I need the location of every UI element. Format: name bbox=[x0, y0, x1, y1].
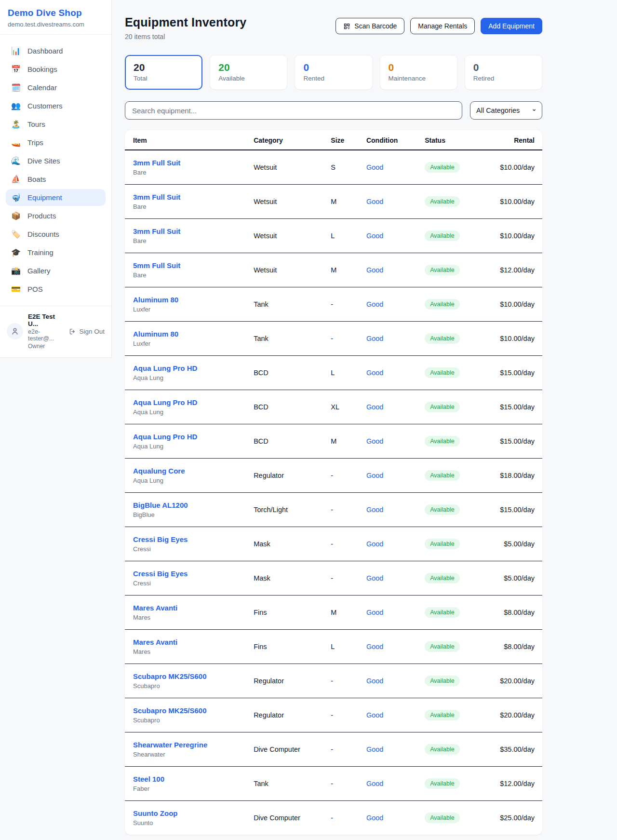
condition-link[interactable]: Good bbox=[366, 472, 383, 479]
stat-card-available[interactable]: 20 Available bbox=[210, 55, 287, 90]
manage-rentals-label: Manage Rentals bbox=[418, 22, 467, 30]
stat-card-maintenance[interactable]: 0 Maintenance bbox=[380, 55, 457, 90]
condition-link[interactable]: Good bbox=[366, 506, 383, 514]
condition-link[interactable]: Good bbox=[366, 814, 383, 822]
category-select[interactable]: All Categories bbox=[470, 101, 542, 120]
condition-link[interactable]: Good bbox=[366, 437, 383, 445]
item-cell: BigBlue AL1200 BigBlue bbox=[125, 493, 246, 527]
item-name-link[interactable]: 3mm Full Suit bbox=[133, 227, 180, 235]
condition-link[interactable]: Good bbox=[366, 163, 383, 171]
item-name-link[interactable]: 3mm Full Suit bbox=[133, 159, 180, 167]
sidebar-item-tours[interactable]: 🏝️ Tours bbox=[6, 116, 106, 133]
category-cell: Dive Computer bbox=[246, 801, 323, 835]
sidebar-item-equipment[interactable]: 🤿 Equipment bbox=[6, 189, 106, 206]
item-name-link[interactable]: Shearwater Peregrine bbox=[133, 741, 207, 749]
brand: Demo Dive Shop demo.test.divestreams.com bbox=[0, 0, 111, 34]
item-name-link[interactable]: Aqua Lung Pro HD bbox=[133, 364, 197, 372]
condition-link[interactable]: Good bbox=[366, 609, 383, 616]
item-name-link[interactable]: 3mm Full Suit bbox=[133, 193, 180, 201]
condition-link[interactable]: Good bbox=[366, 232, 383, 240]
condition-link[interactable]: Good bbox=[366, 677, 383, 685]
status-badge: Available bbox=[425, 641, 460, 652]
status-cell: Available bbox=[417, 322, 488, 356]
add-equipment-button[interactable]: Add Equipment bbox=[481, 18, 542, 34]
sidebar-item-pos[interactable]: 💳 POS bbox=[6, 281, 106, 298]
sidebar-item-gallery[interactable]: 📸 Gallery bbox=[6, 262, 106, 279]
table-body: 3mm Full Suit Bare Wetsuit S Good Availa… bbox=[125, 150, 542, 835]
category-select-wrap: All Categories bbox=[470, 101, 542, 120]
sidebar-item-calendar[interactable]: 🗓️ Calendar bbox=[6, 79, 106, 96]
table-row: Cressi Big Eyes Cressi Mask - Good Avail… bbox=[125, 561, 542, 596]
barcode-icon bbox=[343, 23, 350, 30]
page-header-text: Equipment Inventory 20 items total bbox=[125, 15, 246, 41]
category-cell: Mask bbox=[246, 561, 323, 596]
item-name-link[interactable]: Aluminum 80 bbox=[133, 330, 178, 338]
sidebar-item-discounts[interactable]: 🏷️ Discounts bbox=[6, 226, 106, 243]
condition-link[interactable]: Good bbox=[366, 540, 383, 548]
status-badge: Available bbox=[425, 778, 460, 789]
item-name-link[interactable]: 5mm Full Suit bbox=[133, 261, 180, 270]
condition-link[interactable]: Good bbox=[366, 300, 383, 308]
item-brand: Aqua Lung bbox=[133, 477, 238, 484]
sidebar-nav: 📊 Dashboard 📅 Bookings 🗓️ Calendar 👥 Cus… bbox=[0, 35, 111, 306]
table-row: Scubapro MK25/S600 Scubapro Regulator - … bbox=[125, 664, 542, 698]
rental-cell: $5.00/day bbox=[488, 561, 542, 596]
nav-item-icon: 🏷️ bbox=[11, 230, 21, 239]
item-name-link[interactable]: Suunto Zoop bbox=[133, 809, 177, 817]
condition-link[interactable]: Good bbox=[366, 780, 383, 787]
item-name-link[interactable]: Steel 100 bbox=[133, 775, 164, 783]
item-name-link[interactable]: Aqualung Core bbox=[133, 467, 185, 475]
condition-link[interactable]: Good bbox=[366, 403, 383, 411]
condition-link[interactable]: Good bbox=[366, 335, 383, 342]
item-brand: Mares bbox=[133, 648, 238, 655]
item-name-link[interactable]: Aqua Lung Pro HD bbox=[133, 398, 197, 406]
condition-link[interactable]: Good bbox=[366, 369, 383, 377]
condition-link[interactable]: Good bbox=[366, 198, 383, 205]
filter-bar: All Categories bbox=[125, 101, 542, 120]
sidebar-item-training[interactable]: 🎓 Training bbox=[6, 244, 106, 261]
status-cell: Available bbox=[417, 150, 488, 185]
item-name-link[interactable]: Scubapro MK25/S600 bbox=[133, 706, 207, 715]
user-role: Owner bbox=[28, 343, 64, 350]
sidebar-item-trips[interactable]: 🚤 Trips bbox=[6, 134, 106, 151]
item-name-link[interactable]: Aluminum 80 bbox=[133, 296, 178, 304]
condition-link[interactable]: Good bbox=[366, 643, 383, 650]
item-cell: Suunto Zoop Suunto bbox=[125, 801, 246, 835]
item-name-link[interactable]: BigBlue AL1200 bbox=[133, 501, 188, 509]
item-brand: Mares bbox=[133, 614, 238, 621]
item-name-link[interactable]: Cressi Big Eyes bbox=[133, 535, 188, 543]
sidebar-item-bookings[interactable]: 📅 Bookings bbox=[6, 61, 106, 78]
item-name-link[interactable]: Scubapro MK25/S600 bbox=[133, 672, 207, 680]
item-name-link[interactable]: Aqua Lung Pro HD bbox=[133, 433, 197, 441]
sidebar-item-customers[interactable]: 👥 Customers bbox=[6, 97, 106, 114]
table-row: Aqua Lung Pro HD Aqua Lung BCD L Good Av… bbox=[125, 356, 542, 390]
status-badge: Available bbox=[425, 196, 460, 207]
stat-card-rented[interactable]: 0 Rented bbox=[295, 55, 372, 90]
page-title: Equipment Inventory bbox=[125, 15, 246, 29]
item-cell: Aqua Lung Pro HD Aqua Lung bbox=[125, 424, 246, 459]
condition-link[interactable]: Good bbox=[366, 266, 383, 274]
table-row: Aqua Lung Pro HD Aqua Lung BCD XL Good A… bbox=[125, 390, 542, 424]
status-badge: Available bbox=[425, 162, 460, 173]
condition-link[interactable]: Good bbox=[366, 574, 383, 582]
status-cell: Available bbox=[417, 493, 488, 527]
search-input[interactable] bbox=[125, 101, 462, 120]
sidebar-item-dashboard[interactable]: 📊 Dashboard bbox=[6, 42, 106, 59]
table-row: Shearwater Peregrine Shearwater Dive Com… bbox=[125, 732, 542, 767]
sign-out-button[interactable]: Sign Out bbox=[69, 328, 105, 335]
item-name-link[interactable]: Mares Avanti bbox=[133, 638, 177, 646]
stat-card-retired[interactable]: 0 Retired bbox=[465, 55, 542, 90]
condition-link[interactable]: Good bbox=[366, 711, 383, 719]
item-name-link[interactable]: Mares Avanti bbox=[133, 604, 177, 612]
stat-card-total[interactable]: 20 Total bbox=[125, 55, 202, 90]
scan-barcode-button[interactable]: Scan Barcode bbox=[335, 18, 404, 34]
status-badge: Available bbox=[425, 265, 460, 275]
condition-cell: Good bbox=[359, 287, 417, 322]
manage-rentals-button[interactable]: Manage Rentals bbox=[410, 18, 475, 34]
sidebar-item-boats[interactable]: ⛵ Boats bbox=[6, 171, 106, 188]
item-name-link[interactable]: Cressi Big Eyes bbox=[133, 569, 188, 578]
condition-link[interactable]: Good bbox=[366, 745, 383, 753]
sidebar-item-dive-sites[interactable]: 🌊 Dive Sites bbox=[6, 152, 106, 169]
status-badge: Available bbox=[425, 402, 460, 412]
sidebar-item-products[interactable]: 📦 Products bbox=[6, 207, 106, 224]
